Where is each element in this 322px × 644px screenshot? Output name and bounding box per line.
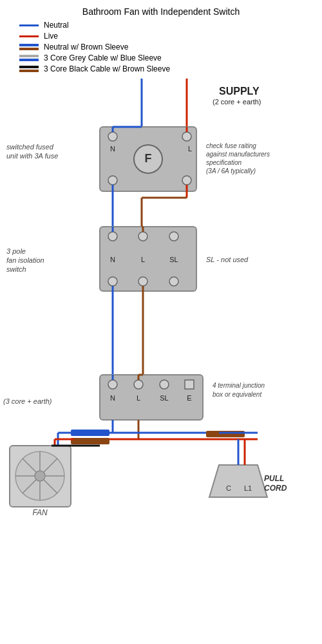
jb-t2 [134, 380, 143, 389]
jb-t4-e [185, 380, 194, 389]
iso-t1 [108, 232, 117, 241]
iso-b1 [108, 277, 117, 286]
fuse-f-label: F [145, 152, 152, 165]
fan-label: FAN [32, 508, 47, 517]
iso-b3 [169, 277, 178, 286]
l1-label: L1 [244, 484, 252, 492]
jb-e-label: E [187, 394, 191, 402]
jb-t3 [160, 380, 169, 389]
jb-label-1: 4 terminal junction [213, 382, 265, 389]
iso-t2 [138, 232, 147, 241]
svg-point-28 [35, 471, 45, 481]
fused-unit-label: switched fused [6, 143, 54, 151]
fuse-check-1: check fuse raiting [206, 142, 256, 149]
fused-terminal-l-bot [182, 176, 191, 185]
jb-l-label: L [137, 394, 140, 402]
legend-neutral-brown: Neutral w/ Brown Sleeve [19, 43, 322, 52]
legend-black-brown: 3 Core Black Cable w/ Brown Sleeve [19, 64, 322, 73]
iso-b2 [138, 277, 147, 286]
jb-sl-label: SL [160, 394, 168, 402]
iso-label-1: 3 pole [6, 247, 26, 255]
fused-l-label: L [188, 145, 192, 153]
pull-cord-label2: CORD [264, 484, 287, 493]
supply-sub: (2 core + earth) [213, 98, 261, 106]
sl-not-used: SL - not used [206, 256, 249, 263]
fuse-check-2: against manufacturers [206, 151, 270, 158]
fused-terminal-l-top [182, 132, 191, 141]
fused-terminal-n-top [108, 132, 117, 141]
page-title: Bathroom Fan with Independent Switch [0, 0, 322, 21]
c-label: C [226, 484, 231, 492]
pull-cord-label: PULL [264, 474, 284, 483]
fuse-check-4: (3A / 6A typically) [206, 167, 256, 175]
supply-label: SUPPLY [219, 86, 260, 97]
legend-grey-blue: 3 Core Grey Cable w/ Blue Sleeve [19, 53, 322, 62]
fused-unit-label2: unit with 3A fuse [6, 152, 58, 160]
iso-label-3: switch [6, 265, 26, 273]
iso-sl-label: SL [169, 256, 178, 263]
pull-cord-switch [209, 465, 267, 497]
iso-l-label: L [141, 256, 145, 263]
legend-live: Live [19, 32, 322, 41]
fused-terminal-n-bot [108, 176, 117, 185]
jb-n-label: N [110, 394, 115, 402]
legend: Neutral Live Neutral w/ Brown Sleeve 3 C… [0, 21, 322, 73]
wiring-diagram: SUPPLY (2 core + earth) F N L switched f… [0, 79, 322, 607]
iso-t3 [169, 232, 178, 241]
fuse-check-3: specification [206, 159, 242, 166]
jb-label-2: box or equivalent [213, 391, 262, 398]
brown-sleeve-bar [71, 438, 109, 444]
jb-t1 [108, 380, 117, 389]
legend-neutral: Neutral [19, 21, 322, 30]
iso-label-2: fan isolation [6, 256, 44, 264]
fused-n-label: N [110, 145, 115, 153]
three-core-label: (3 core + earth) [3, 397, 52, 405]
iso-n-label: N [110, 256, 115, 263]
